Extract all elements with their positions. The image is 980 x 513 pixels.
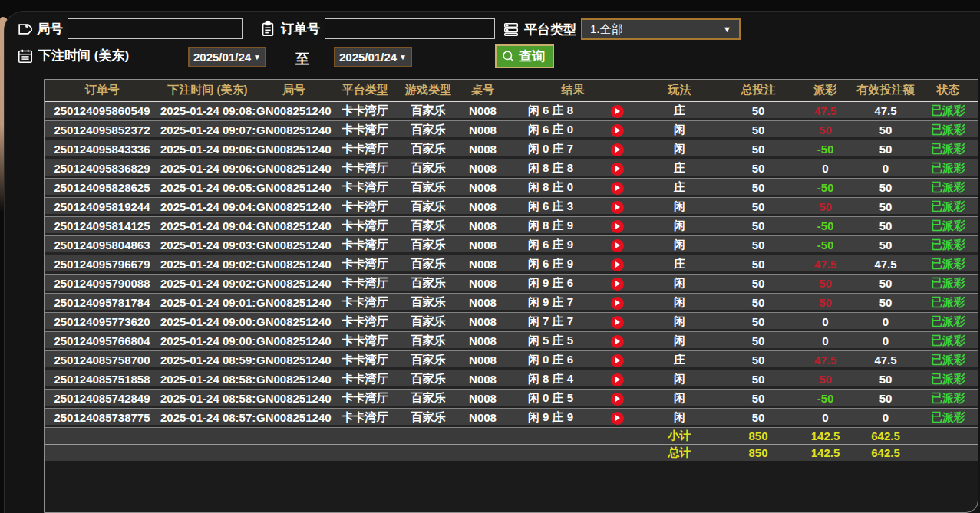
total-bet-cell: 50 [720, 197, 797, 216]
status-cell: 已派彩 [917, 370, 978, 389]
play-video-icon[interactable] [611, 201, 624, 214]
platform-cell: 卡卡湾厅 [332, 389, 398, 408]
chevron-down-icon: ▼ [399, 53, 407, 61]
table-row: 2501240958433362025-01-24 09:06:47GN0082… [45, 140, 978, 159]
round-cell: GN008251240LG [256, 389, 332, 408]
time-cell: 2025-01-24 09:06:13 [160, 159, 256, 178]
status-cell: 已派彩 [917, 101, 978, 120]
play-cell [595, 140, 639, 159]
valid-bet-cell: 0 [854, 159, 917, 178]
play-video-icon[interactable] [611, 105, 624, 118]
table-number-cell: N008 [459, 255, 506, 274]
platform-cell: 卡卡湾厅 [332, 197, 398, 216]
date-from-picker[interactable]: 2025/01/24 ▼ [188, 47, 266, 67]
platform-type-select[interactable]: 1.全部 ▼ [581, 18, 741, 40]
total-bet-cell: 50 [720, 408, 797, 427]
to-label: 至 [295, 50, 309, 68]
platform-cell: 卡卡湾厅 [332, 312, 398, 331]
playtype-cell: 闲 [639, 293, 720, 312]
valid-bet-cell: 50 [854, 389, 917, 408]
order-cell: 250124095860549 [45, 101, 160, 120]
payout-cell: 50 [797, 370, 854, 389]
platform-cell: 卡卡湾厅 [332, 159, 398, 178]
game-cell: 百家乐 [398, 140, 459, 159]
chevron-down-icon: ▼ [723, 25, 731, 34]
playtype-cell: 闲 [639, 274, 720, 293]
play-cell [595, 159, 639, 178]
play-cell [595, 312, 639, 331]
filter-bar: 局号 订单号 平台类型 1.全部 [0, 0, 980, 77]
playtype-cell: 庄 [639, 159, 720, 178]
game-cell: 百家乐 [398, 235, 459, 255]
playtype-cell: 闲 [639, 140, 720, 159]
payout-cell: 50 [797, 293, 854, 312]
play-cell [595, 197, 639, 216]
play-cell [595, 408, 639, 427]
total-bet-cell: 50 [720, 389, 797, 408]
platform-cell: 卡卡湾厅 [332, 350, 398, 370]
play-video-icon[interactable] [611, 220, 624, 233]
search-button[interactable]: 查询 [495, 44, 554, 68]
total-bet-cell: 50 [720, 293, 797, 312]
date-to-picker[interactable]: 2025/01/24 ▼ [334, 47, 412, 67]
status-cell: 已派彩 [917, 389, 978, 408]
play-video-icon[interactable] [611, 412, 624, 425]
payout-cell: 50 [797, 274, 854, 293]
table-number-cell: N008 [459, 235, 506, 255]
payout-cell: 0 [797, 331, 854, 350]
time-cell: 2025-01-24 09:02:51 [160, 255, 256, 274]
grand-total-valid: 642.5 [854, 444, 917, 461]
play-video-icon[interactable] [611, 393, 624, 406]
play-video-icon[interactable] [611, 278, 624, 291]
round-cell: GN008251240LI [256, 350, 332, 370]
playtype-cell: 庄 [639, 101, 720, 120]
play-video-icon[interactable] [611, 373, 624, 386]
play-video-icon[interactable] [611, 316, 624, 329]
time-cell: 2025-01-24 08:58:08 [160, 389, 256, 408]
result-cell: 闲 8 庄 0 [506, 178, 595, 197]
play-cell [595, 370, 639, 389]
result-cell: 闲 7 庄 7 [506, 312, 595, 331]
play-video-icon[interactable] [611, 143, 624, 156]
date-to-wrapper: 2025/01/24 ▼ [334, 47, 412, 67]
table-number-cell: N008 [459, 312, 506, 331]
time-cell: 2025-01-24 09:05:31 [160, 178, 256, 197]
header-time: 下注时间 (美东) [160, 80, 256, 101]
playtype-cell: 闲 [639, 120, 720, 140]
status-cell: 已派彩 [917, 120, 978, 140]
subtotal-valid: 642.5 [854, 427, 917, 444]
platform-cell: 卡卡湾厅 [332, 293, 398, 312]
header-total: 总投注 [720, 80, 797, 101]
table-row: 2501240857587002025-01-24 08:59:31GN0082… [45, 350, 978, 370]
platform-type-label: 平台类型 [524, 21, 576, 38]
play-video-icon[interactable] [611, 354, 624, 367]
play-video-icon[interactable] [611, 124, 624, 137]
result-cell: 闲 0 庄 6 [506, 350, 595, 370]
play-video-icon[interactable] [611, 163, 624, 176]
subtotal-label: 小计 [639, 427, 720, 444]
play-cell [595, 255, 639, 274]
round-number-input[interactable] [68, 18, 243, 39]
payout-cell: 47.5 [797, 255, 854, 274]
total-bet-cell: 50 [720, 312, 797, 331]
order-number-input[interactable] [325, 18, 495, 39]
game-cell: 百家乐 [398, 178, 459, 197]
order-cell: 250124095843336 [45, 140, 160, 159]
order-cell: 250124095796679 [45, 255, 160, 274]
play-video-icon[interactable] [611, 335, 624, 348]
playtype-cell: 闲 [639, 370, 720, 389]
play-cell [595, 293, 639, 312]
table-number-cell: N008 [459, 178, 506, 197]
order-cell: 250124095819244 [45, 197, 160, 216]
play-video-icon[interactable] [611, 258, 624, 271]
payout-cell: 50 [797, 197, 854, 216]
total-bet-cell: 50 [720, 216, 797, 235]
play-video-icon[interactable] [611, 182, 624, 195]
play-video-icon[interactable] [611, 297, 624, 310]
play-video-icon[interactable] [611, 239, 624, 252]
server-stack-icon [503, 21, 520, 38]
result-cell: 闲 9 庄 7 [506, 293, 595, 312]
round-cell: GN008251240LH [256, 370, 332, 389]
grand-total-payout: 142.5 [797, 444, 854, 461]
table-number-cell: N008 [459, 140, 506, 159]
